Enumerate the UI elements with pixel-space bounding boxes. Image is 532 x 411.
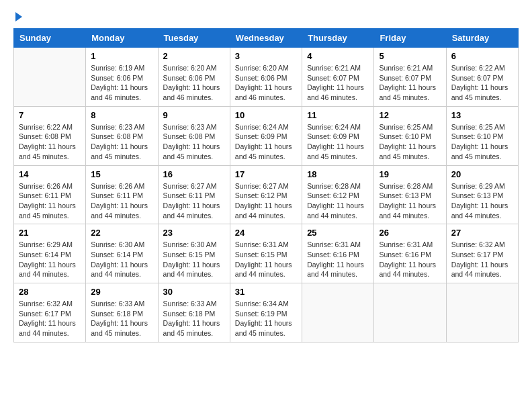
calendar-cell: 11Sunrise: 6:24 AM Sunset: 6:09 PM Dayli…: [302, 106, 374, 165]
weekday-header: Thursday: [302, 29, 374, 48]
day-info: Sunrise: 6:28 AM Sunset: 6:12 PM Dayligh…: [307, 181, 369, 221]
calendar-cell: 14Sunrise: 6:26 AM Sunset: 6:11 PM Dayli…: [14, 165, 86, 224]
day-number: 2: [163, 51, 225, 61]
calendar-cell: 8Sunrise: 6:23 AM Sunset: 6:08 PM Daylig…: [86, 106, 158, 165]
day-number: 12: [379, 110, 441, 120]
day-number: 29: [91, 287, 152, 297]
day-number: 30: [163, 287, 225, 297]
calendar-cell: 21Sunrise: 6:29 AM Sunset: 6:14 PM Dayli…: [14, 224, 86, 283]
calendar-cell: 6Sunrise: 6:22 AM Sunset: 6:07 PM Daylig…: [446, 48, 518, 107]
day-number: 1: [91, 51, 152, 61]
day-info: Sunrise: 6:29 AM Sunset: 6:14 PM Dayligh…: [19, 240, 81, 279]
day-info: Sunrise: 6:34 AM Sunset: 6:19 PM Dayligh…: [235, 299, 297, 338]
day-info: Sunrise: 6:30 AM Sunset: 6:14 PM Dayligh…: [91, 240, 152, 279]
day-number: 4: [307, 51, 369, 61]
calendar-cell: 18Sunrise: 6:28 AM Sunset: 6:12 PM Dayli…: [302, 165, 374, 224]
calendar-cell: 3Sunrise: 6:20 AM Sunset: 6:06 PM Daylig…: [230, 48, 302, 107]
weekday-header: Wednesday: [230, 29, 302, 48]
day-info: Sunrise: 6:31 AM Sunset: 6:16 PM Dayligh…: [379, 240, 441, 279]
weekday-header: Saturday: [446, 29, 518, 48]
calendar-table: SundayMondayTuesdayWednesdayThursdayFrid…: [13, 28, 519, 342]
day-info: Sunrise: 6:26 AM Sunset: 6:11 PM Dayligh…: [91, 181, 152, 221]
weekday-header: Monday: [86, 29, 158, 48]
calendar-week-row: 1Sunrise: 6:19 AM Sunset: 6:06 PM Daylig…: [14, 48, 519, 107]
day-info: Sunrise: 6:28 AM Sunset: 6:13 PM Dayligh…: [379, 181, 441, 221]
weekday-header: Friday: [374, 29, 446, 48]
calendar-week-row: 21Sunrise: 6:29 AM Sunset: 6:14 PM Dayli…: [14, 224, 519, 283]
calendar-cell: 26Sunrise: 6:31 AM Sunset: 6:16 PM Dayli…: [374, 224, 446, 283]
day-number: 5: [379, 51, 441, 61]
logo-arrow-icon: [15, 12, 22, 21]
day-info: Sunrise: 6:29 AM Sunset: 6:13 PM Dayligh…: [451, 181, 513, 221]
calendar-cell: 30Sunrise: 6:33 AM Sunset: 6:18 PM Dayli…: [158, 283, 230, 342]
calendar-cell: 1Sunrise: 6:19 AM Sunset: 6:06 PM Daylig…: [86, 48, 158, 107]
calendar-cell: [14, 48, 86, 107]
day-info: Sunrise: 6:20 AM Sunset: 6:06 PM Dayligh…: [235, 63, 297, 103]
day-info: Sunrise: 6:24 AM Sunset: 6:09 PM Dayligh…: [307, 122, 369, 162]
day-number: 23: [163, 228, 225, 238]
calendar-cell: 16Sunrise: 6:27 AM Sunset: 6:11 PM Dayli…: [158, 165, 230, 224]
calendar-cell: [302, 283, 374, 342]
day-number: 20: [451, 169, 513, 179]
day-number: 17: [235, 169, 297, 179]
day-info: Sunrise: 6:25 AM Sunset: 6:10 PM Dayligh…: [379, 122, 441, 162]
day-number: 6: [451, 51, 513, 61]
weekday-header: Sunday: [14, 29, 86, 48]
calendar-cell: 23Sunrise: 6:30 AM Sunset: 6:15 PM Dayli…: [158, 224, 230, 283]
day-info: Sunrise: 6:25 AM Sunset: 6:10 PM Dayligh…: [451, 122, 513, 162]
calendar-cell: 2Sunrise: 6:20 AM Sunset: 6:06 PM Daylig…: [158, 48, 230, 107]
day-info: Sunrise: 6:22 AM Sunset: 6:07 PM Dayligh…: [451, 63, 513, 103]
day-number: 28: [19, 287, 81, 297]
calendar-cell: [374, 283, 446, 342]
day-number: 10: [235, 110, 297, 120]
day-info: Sunrise: 6:21 AM Sunset: 6:07 PM Dayligh…: [307, 63, 369, 103]
calendar-cell: 28Sunrise: 6:32 AM Sunset: 6:17 PM Dayli…: [14, 283, 86, 342]
day-info: Sunrise: 6:32 AM Sunset: 6:17 PM Dayligh…: [451, 240, 513, 279]
day-info: Sunrise: 6:23 AM Sunset: 6:08 PM Dayligh…: [91, 122, 152, 162]
calendar-cell: 29Sunrise: 6:33 AM Sunset: 6:18 PM Dayli…: [86, 283, 158, 342]
calendar-cell: 31Sunrise: 6:34 AM Sunset: 6:19 PM Dayli…: [230, 283, 302, 342]
day-info: Sunrise: 6:21 AM Sunset: 6:07 PM Dayligh…: [379, 63, 441, 103]
day-number: 11: [307, 110, 369, 120]
day-info: Sunrise: 6:26 AM Sunset: 6:11 PM Dayligh…: [19, 181, 81, 221]
calendar-cell: 25Sunrise: 6:31 AM Sunset: 6:16 PM Dayli…: [302, 224, 374, 283]
day-number: 3: [235, 51, 297, 61]
day-number: 31: [235, 287, 297, 297]
day-info: Sunrise: 6:20 AM Sunset: 6:06 PM Dayligh…: [163, 63, 225, 103]
calendar-cell: 9Sunrise: 6:23 AM Sunset: 6:08 PM Daylig…: [158, 106, 230, 165]
day-info: Sunrise: 6:31 AM Sunset: 6:15 PM Dayligh…: [235, 240, 297, 279]
day-info: Sunrise: 6:27 AM Sunset: 6:11 PM Dayligh…: [163, 181, 225, 221]
calendar-cell: 20Sunrise: 6:29 AM Sunset: 6:13 PM Dayli…: [446, 165, 518, 224]
calendar-cell: 10Sunrise: 6:24 AM Sunset: 6:09 PM Dayli…: [230, 106, 302, 165]
day-info: Sunrise: 6:32 AM Sunset: 6:17 PM Dayligh…: [19, 299, 81, 338]
day-number: 19: [379, 169, 441, 179]
weekday-header-row: SundayMondayTuesdayWednesdayThursdayFrid…: [14, 29, 519, 48]
calendar-cell: 12Sunrise: 6:25 AM Sunset: 6:10 PM Dayli…: [374, 106, 446, 165]
day-number: 8: [91, 110, 152, 120]
calendar-cell: 13Sunrise: 6:25 AM Sunset: 6:10 PM Dayli…: [446, 106, 518, 165]
day-info: Sunrise: 6:31 AM Sunset: 6:16 PM Dayligh…: [307, 240, 369, 279]
day-info: Sunrise: 6:33 AM Sunset: 6:18 PM Dayligh…: [163, 299, 225, 338]
day-info: Sunrise: 6:23 AM Sunset: 6:08 PM Dayligh…: [163, 122, 225, 162]
calendar-week-row: 14Sunrise: 6:26 AM Sunset: 6:11 PM Dayli…: [14, 165, 519, 224]
day-number: 13: [451, 110, 513, 120]
calendar-cell: 15Sunrise: 6:26 AM Sunset: 6:11 PM Dayli…: [86, 165, 158, 224]
day-info: Sunrise: 6:33 AM Sunset: 6:18 PM Dayligh…: [91, 299, 152, 338]
day-info: Sunrise: 6:30 AM Sunset: 6:15 PM Dayligh…: [163, 240, 225, 279]
weekday-header: Tuesday: [158, 29, 230, 48]
day-info: Sunrise: 6:27 AM Sunset: 6:12 PM Dayligh…: [235, 181, 297, 221]
day-number: 21: [19, 228, 81, 238]
day-number: 22: [91, 228, 152, 238]
day-number: 14: [19, 169, 81, 179]
day-number: 24: [235, 228, 297, 238]
calendar-cell: 22Sunrise: 6:30 AM Sunset: 6:14 PM Dayli…: [86, 224, 158, 283]
day-info: Sunrise: 6:22 AM Sunset: 6:08 PM Dayligh…: [19, 122, 81, 162]
day-info: Sunrise: 6:19 AM Sunset: 6:06 PM Dayligh…: [91, 63, 152, 103]
calendar-cell: 17Sunrise: 6:27 AM Sunset: 6:12 PM Dayli…: [230, 165, 302, 224]
calendar-cell: 4Sunrise: 6:21 AM Sunset: 6:07 PM Daylig…: [302, 48, 374, 107]
day-number: 15: [91, 169, 152, 179]
day-number: 26: [379, 228, 441, 238]
day-number: 18: [307, 169, 369, 179]
day-number: 9: [163, 110, 225, 120]
day-number: 7: [19, 110, 81, 120]
